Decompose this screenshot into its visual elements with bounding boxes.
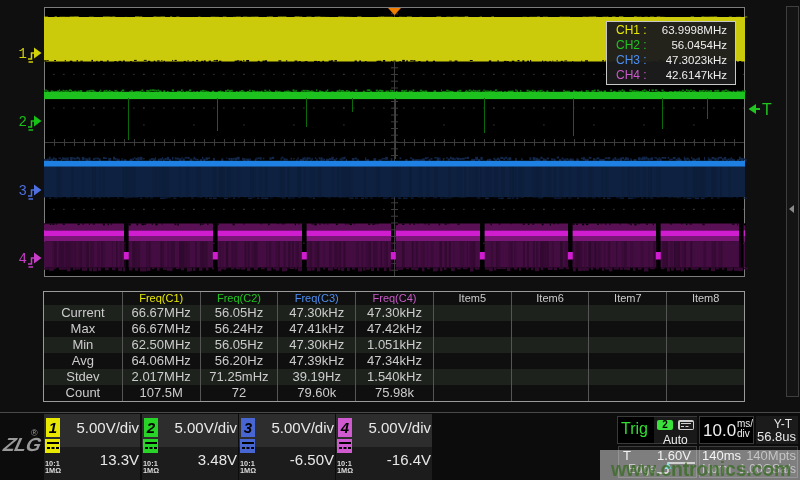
svg-text:T: T [762,101,772,118]
svg-text:4: 4 [19,251,27,267]
svg-text:3: 3 [19,183,27,199]
svg-text:2: 2 [19,114,27,130]
svg-text:1: 1 [19,46,27,62]
